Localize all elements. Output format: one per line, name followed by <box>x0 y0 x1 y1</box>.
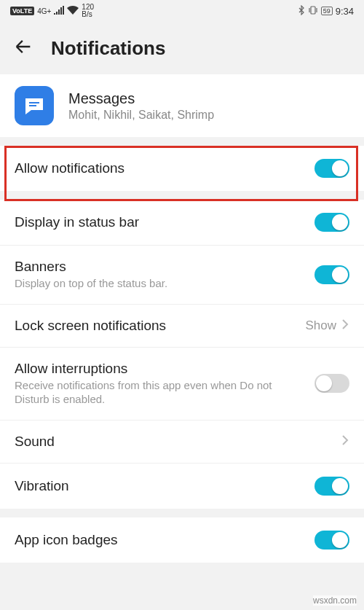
toggle-allow-interruptions[interactable] <box>314 374 349 393</box>
volte-badge: VoLTE <box>10 7 34 15</box>
svg-rect-0 <box>311 7 315 14</box>
vibrate-icon <box>308 5 318 17</box>
row-display-status-bar[interactable]: Display in status bar <box>0 200 364 246</box>
row-subtitle: Display on top of the status bar. <box>15 276 306 291</box>
row-value: Show <box>305 318 336 333</box>
row-allow-interruptions[interactable]: Allow interruptions Receive notification… <box>0 348 364 421</box>
app-subtitle: Mohit, Nikhil, Saikat, Shrimp <box>68 109 214 122</box>
toggle-display-status-bar[interactable] <box>314 213 349 232</box>
toggle-app-icon-badges[interactable] <box>314 531 349 550</box>
section-gap <box>0 137 364 146</box>
header: Notifications <box>0 22 364 74</box>
row-subtitle: Receive notifications from this app even… <box>15 378 306 407</box>
row-lock-screen[interactable]: Lock screen notifications Show <box>0 305 364 348</box>
wifi-icon <box>67 6 79 17</box>
bluetooth-icon <box>298 5 305 17</box>
watermark: wsxdn.com <box>313 595 357 606</box>
row-title: App icon badges <box>15 532 306 548</box>
app-header-row: Messages Mohit, Nikhil, Saikat, Shrimp <box>0 74 364 137</box>
app-name: Messages <box>68 90 214 107</box>
row-sound[interactable]: Sound <box>0 421 364 464</box>
battery-icon: 59 <box>321 7 333 15</box>
row-title: Allow notifications <box>15 160 306 176</box>
messages-app-icon <box>15 86 54 125</box>
chevron-right-icon <box>341 318 349 334</box>
page-title: Notifications <box>51 37 165 60</box>
speed-unit: B/s <box>82 11 92 18</box>
status-bar: VoLTE 4G+ 120 B/s 59 9:34 <box>0 0 364 22</box>
chevron-right-icon <box>341 434 349 450</box>
row-allow-notifications[interactable]: Allow notifications <box>0 146 364 191</box>
row-title: Vibration <box>15 478 306 494</box>
row-title: Sound <box>15 434 332 450</box>
network-label: 4G+ <box>37 7 51 15</box>
row-title: Allow interruptions <box>15 361 306 377</box>
signal-icon <box>54 6 64 17</box>
back-icon[interactable] <box>13 36 33 60</box>
clock: 9:34 <box>336 6 354 17</box>
status-left: VoLTE 4G+ 120 B/s <box>10 4 94 18</box>
row-title: Banners <box>15 259 306 275</box>
data-speed: 120 B/s <box>82 4 94 18</box>
status-right: 59 9:34 <box>298 5 354 17</box>
row-banners[interactable]: Banners Display on top of the status bar… <box>0 246 364 305</box>
battery-level: 59 <box>323 7 331 15</box>
row-title: Display in status bar <box>15 214 306 230</box>
row-title: Lock screen notifications <box>15 318 296 334</box>
section-gap <box>0 509 364 517</box>
row-vibration[interactable]: Vibration <box>0 464 364 509</box>
toggle-vibration[interactable] <box>314 477 349 496</box>
row-app-icon-badges[interactable]: App icon badges <box>0 517 364 563</box>
app-info: Messages Mohit, Nikhil, Saikat, Shrimp <box>68 90 214 122</box>
section-gap <box>0 191 364 200</box>
toggle-allow-notifications[interactable] <box>314 159 349 178</box>
toggle-banners[interactable] <box>314 265 349 284</box>
